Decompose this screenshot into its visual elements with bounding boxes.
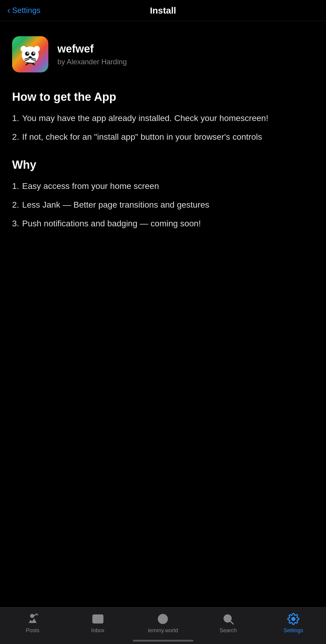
app-icon-image (12, 36, 48, 72)
list-number: 1. (12, 112, 19, 125)
app-icon (12, 36, 48, 72)
list-item-text: Push notifications and badging — coming … (22, 217, 201, 230)
list-item-text: Less Jank — Better page transitions and … (22, 199, 209, 211)
list-item: 1. Easy access from your home screen (12, 180, 314, 193)
list-number: 2. (12, 199, 19, 211)
search-icon (221, 612, 235, 626)
main-content: wefwef by Alexander Harding How to get t… (0, 21, 326, 305)
why-section: Why 1. Easy access from your home screen… (12, 158, 314, 230)
tab-bar: Posts Inbox lemmy.world (0, 607, 326, 644)
tab-inbox-label: Inbox (91, 627, 105, 634)
app-mascot-icon (18, 42, 42, 66)
tab-lemmy[interactable]: lemmy.world (145, 612, 181, 634)
posts-icon (26, 612, 39, 626)
list-item: 2. Less Jank — Better page transitions a… (12, 199, 314, 211)
tab-posts-label: Posts (26, 627, 39, 634)
tab-lemmy-label: lemmy.world (148, 627, 178, 634)
settings-icon (287, 612, 300, 626)
how-to-get-list: 1. You may have the app already installe… (12, 112, 314, 143)
list-item-text: Easy access from your home screen (22, 180, 159, 193)
back-label: Settings (12, 6, 40, 15)
back-button[interactable]: ‹ Settings (7, 6, 40, 15)
list-number: 1. (12, 180, 19, 193)
app-info: wefwef by Alexander Harding (12, 36, 314, 72)
list-item-text: If not, check for an "install app" butto… (22, 131, 262, 143)
why-title: Why (12, 158, 314, 171)
svg-point-3 (25, 52, 29, 56)
how-to-get-section: How to get the App 1. You may have the a… (12, 91, 314, 143)
svg-point-22 (292, 617, 295, 620)
app-name: wefwef (57, 43, 127, 55)
svg-point-4 (31, 52, 35, 56)
list-item-text: You may have the app already installed. … (22, 112, 268, 125)
svg-point-1 (21, 46, 27, 52)
svg-line-21 (231, 621, 233, 624)
list-item: 2. If not, check for an "install app" bu… (12, 131, 314, 143)
tab-settings-label: Settings (284, 627, 303, 634)
app-meta: wefwef by Alexander Harding (57, 43, 127, 66)
tab-posts[interactable]: Posts (15, 612, 51, 634)
svg-line-13 (26, 63, 28, 65)
svg-point-2 (34, 46, 40, 52)
header: ‹ Settings Install (0, 0, 326, 21)
list-item: 3. Push notifications and badging — comi… (12, 217, 314, 230)
svg-point-19 (161, 616, 165, 620)
how-to-get-title: How to get the App (12, 91, 314, 104)
page-title: Install (150, 5, 176, 16)
home-indicator (133, 640, 193, 642)
list-item: 1. You may have the app already installe… (12, 112, 314, 125)
chevron-left-icon: ‹ (7, 6, 10, 15)
tab-inbox[interactable]: Inbox (80, 612, 116, 634)
svg-point-6 (33, 53, 35, 54)
app-author: by Alexander Harding (57, 58, 127, 66)
tab-search[interactable]: Search (210, 612, 246, 634)
list-number: 2. (12, 131, 19, 143)
svg-point-5 (27, 53, 29, 54)
tab-settings[interactable]: Settings (275, 612, 311, 634)
tab-search-label: Search (220, 627, 237, 634)
inbox-icon (91, 612, 105, 626)
list-number: 3. (12, 217, 19, 230)
lemmy-icon (156, 612, 169, 626)
why-list: 1. Easy access from your home screen 2. … (12, 180, 314, 230)
